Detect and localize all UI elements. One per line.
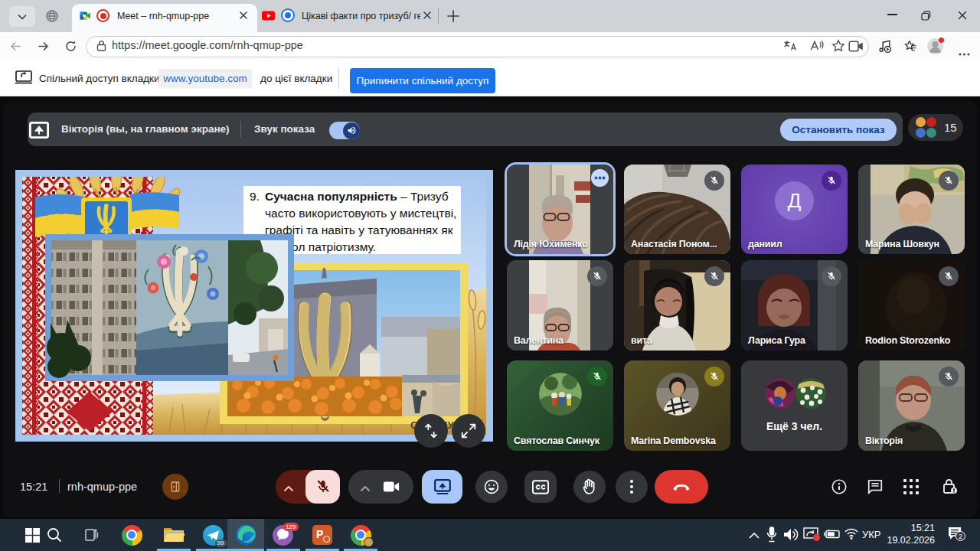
svg-text:9.: 9. <box>250 190 260 203</box>
svg-text:часто використовують у мистецт: часто використовують у мистецтві, <box>265 207 456 220</box>
svg-text:Сучасна популярність – Тризуб: Сучасна популярність – Тризуб <box>265 190 449 203</box>
